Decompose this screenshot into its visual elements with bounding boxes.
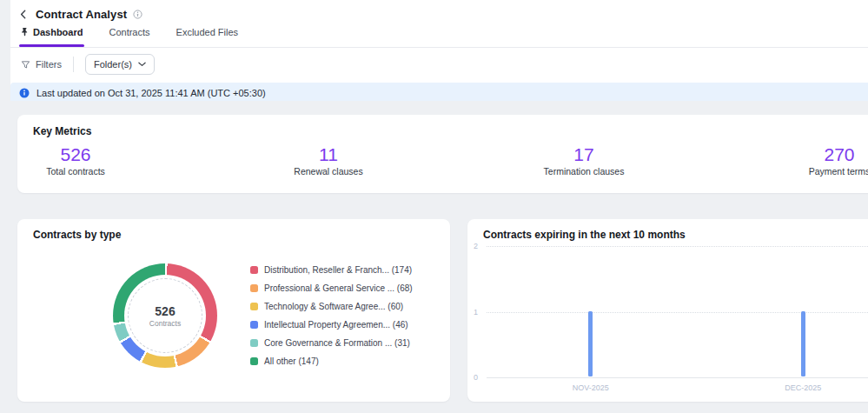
chevron-left-icon xyxy=(19,10,28,19)
y-tick-label: 0 xyxy=(474,373,487,382)
info-icon[interactable] xyxy=(133,10,142,19)
metric-label: Termination clauses xyxy=(544,166,625,177)
legend-item[interactable]: Distribution, Reseller & Franch... (174) xyxy=(250,261,413,279)
legend-label: Professional & General Service ... (68) xyxy=(264,283,413,293)
dashboard-body: Key Metrics 526 Total contracts 11 Renew… xyxy=(0,101,868,413)
legend-marker xyxy=(250,266,258,274)
metric-value: 526 xyxy=(46,144,105,164)
expiring-contracts-title: Contracts expiring in the next 10 months xyxy=(483,229,686,241)
pin-icon xyxy=(21,27,29,37)
metric-label: Renewal clauses xyxy=(294,166,362,177)
info-circle-icon xyxy=(19,88,30,98)
legend-item[interactable]: All other (147) xyxy=(250,352,413,370)
chevron-down-icon xyxy=(138,62,146,67)
legend-marker xyxy=(250,284,258,292)
filters-label: Filters xyxy=(36,59,62,70)
gridline xyxy=(487,377,868,378)
donut-legend: Distribution, Reseller & Franch... (174)… xyxy=(250,261,413,370)
y-tick-label: 1 xyxy=(474,308,487,316)
dashed-ring xyxy=(128,278,202,353)
last-updated-text: Last updated on Oct 31, 2025 11:41 AM (U… xyxy=(36,88,266,98)
metric-payment-terms: 270 Payment terms xyxy=(809,144,868,177)
x-axis-label: NOV-2025 xyxy=(573,383,609,392)
tab-contracts[interactable]: Contracts xyxy=(107,24,151,47)
back-button[interactable] xyxy=(19,10,28,19)
folder-dropdown[interactable]: Folder(s) xyxy=(85,54,155,75)
contracts-by-type-title: Contracts by type xyxy=(33,229,121,241)
tabs: Dashboard Contracts Excluded Files xyxy=(10,24,868,48)
key-metrics-card: Key Metrics 526 Total contracts 11 Renew… xyxy=(17,115,868,193)
gridline xyxy=(487,246,868,247)
legend-item[interactable]: Intellectual Property Agreemen... (46) xyxy=(250,316,413,334)
bar-DEC-2025[interactable] xyxy=(801,311,805,377)
bar-chart-plot[interactable] xyxy=(487,246,868,377)
tab-label: Contracts xyxy=(109,27,149,37)
metric-label: Total contracts xyxy=(46,166,105,177)
legend-marker xyxy=(250,339,258,347)
expiring-contracts-card: Contracts expiring in the next 10 months… xyxy=(467,219,868,402)
divider xyxy=(73,57,74,72)
metric-value: 270 xyxy=(809,144,868,164)
legend-item[interactable]: Professional & General Service ... (68) xyxy=(250,279,413,297)
bar-NOV-2025[interactable] xyxy=(588,311,593,377)
page-title: Contract Analyst xyxy=(36,8,127,21)
legend-label: Intellectual Property Agreemen... (46) xyxy=(264,320,408,330)
x-axis-label: DEC-2025 xyxy=(785,383,821,392)
tab-dashboard[interactable]: Dashboard xyxy=(19,24,84,47)
metric-renewal-clauses: 11 Renewal clauses xyxy=(294,144,362,177)
tab-label: Dashboard xyxy=(33,27,83,37)
contracts-by-type-card: Contracts by type 526 Contracts Distribu… xyxy=(17,219,450,402)
legend-item[interactable]: Core Governance & Formation ... (31) xyxy=(250,334,413,352)
filters-bar: Filters Folder(s) xyxy=(10,48,868,76)
legend-label: Distribution, Reseller & Franch... (174) xyxy=(264,265,412,275)
tab-excluded-files[interactable]: Excluded Files xyxy=(175,24,241,47)
folder-dropdown-label: Folder(s) xyxy=(94,59,132,70)
metric-total-contracts: 526 Total contracts xyxy=(46,144,105,177)
legend-marker xyxy=(250,303,258,310)
metric-value: 17 xyxy=(544,144,625,164)
legend-label: Core Governance & Formation ... (31) xyxy=(264,338,410,348)
donut-chart[interactable]: 526 Contracts xyxy=(113,263,217,368)
legend-label: All other (147) xyxy=(264,356,319,366)
header: Contract Analyst xyxy=(10,0,868,23)
donut-center: 526 Contracts xyxy=(124,275,206,356)
y-tick-label: 2 xyxy=(474,242,487,250)
gridline xyxy=(487,312,868,313)
legend-marker xyxy=(250,357,258,365)
metric-value: 11 xyxy=(294,144,362,164)
filters-button[interactable]: Filters xyxy=(21,59,62,70)
legend-marker xyxy=(250,321,258,329)
metric-label: Payment terms xyxy=(809,166,868,177)
filter-funnel-icon xyxy=(21,60,30,70)
tab-label: Excluded Files xyxy=(176,27,239,37)
key-metrics-title: Key Metrics xyxy=(33,125,91,137)
metric-termination-clauses: 17 Termination clauses xyxy=(544,144,625,177)
legend-label: Technology & Software Agree... (60) xyxy=(264,302,403,311)
top-panel: Contract Analyst Dashboard Contracts Exc… xyxy=(10,0,868,101)
legend-item[interactable]: Technology & Software Agree... (60) xyxy=(250,297,413,316)
